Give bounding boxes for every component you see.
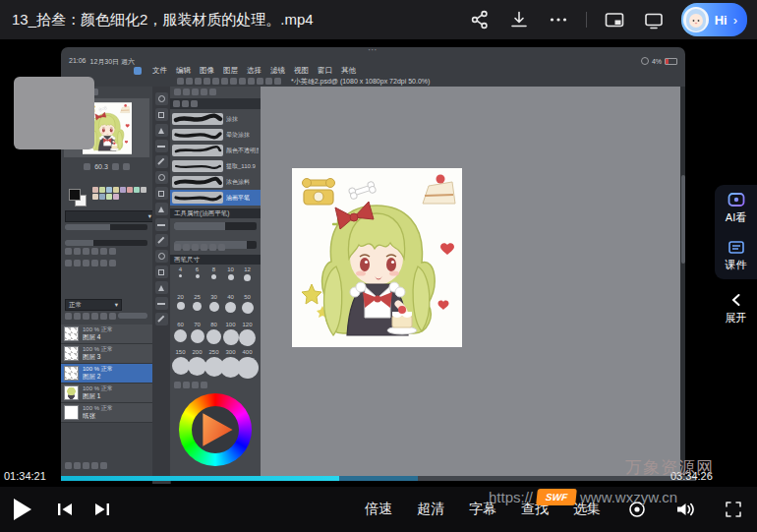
menu-item[interactable]: 图层 [223,66,238,76]
panel-icon[interactable] [201,89,207,95]
brush-size-cell[interactable]: 30 [205,294,222,322]
brush-size-cell[interactable]: 80 [205,322,222,349]
swatch[interactable] [99,194,105,200]
tool-button[interactable] [155,313,168,325]
swatch[interactable] [141,187,146,193]
foreground-color-chip[interactable] [69,189,81,201]
zoom-out-button[interactable] [84,163,90,170]
next-button[interactable] [92,500,112,523]
tool-button[interactable] [155,250,168,263]
panel-icon[interactable] [109,248,116,255]
swatch[interactable] [106,194,112,200]
panel-icon[interactable] [218,244,225,251]
panel-icon[interactable] [192,89,199,95]
prev-button[interactable] [55,500,75,523]
panel-icon[interactable] [239,78,246,85]
brush-size-cell[interactable]: 250 [205,349,222,377]
ai-watch-button[interactable]: AI看 [715,185,757,232]
panel-icon[interactable] [109,260,116,266]
tool-button[interactable] [155,92,168,105]
panel-icon[interactable] [183,382,190,388]
tool-button[interactable] [155,171,168,184]
mix-mode-dropdown[interactable]: ▾ [65,210,155,222]
panel-icon[interactable] [209,244,216,251]
swatch[interactable] [92,187,98,193]
scrollbar-thumb[interactable] [681,175,685,264]
layer-row[interactable]: 100 % 正常 纸张 [61,403,152,423]
share-button[interactable] [468,8,492,31]
menu-item[interactable]: 窗口 [318,66,332,76]
rotate-view-button[interactable] [123,163,130,170]
panel-icon[interactable] [265,78,272,85]
menu-item[interactable]: 选择 [247,66,262,76]
panel-icon[interactable] [209,89,216,95]
progress-bar[interactable] [61,476,696,481]
brush-size-cell[interactable]: 60 [172,322,189,349]
brush-item[interactable]: 提取_110.9 [170,158,261,174]
panel-icon[interactable] [257,78,263,85]
panel-icon[interactable] [221,78,228,85]
window-drag-handle[interactable]: ⋯ [61,47,685,56]
panel-icon[interactable] [100,313,107,320]
tool-button[interactable] [155,124,168,137]
swatch[interactable] [99,187,105,193]
panel-icon[interactable] [91,313,98,320]
tool-button[interactable] [155,140,168,152]
panel-icon[interactable] [204,78,210,85]
play-button[interactable] [14,499,31,520]
brush-category-bar[interactable] [170,98,263,109]
brush-item[interactable]: 涂抹 [170,111,261,127]
swatch[interactable] [113,194,119,200]
fullscreen-button[interactable] [722,498,745,521]
panel-icon[interactable] [174,89,181,95]
tool-button[interactable] [155,108,168,121]
layer-row[interactable]: 100 % 正常 图层 4 [61,325,152,344]
brush-size-cell[interactable]: 8 [205,266,222,294]
courseware-button[interactable]: 课件 [715,232,757,279]
color-wheel[interactable] [179,393,252,466]
brush-size-cell[interactable]: 12 [239,266,256,294]
panel-icon[interactable] [65,313,72,320]
panel-icon[interactable] [230,78,237,85]
tool-button[interactable] [155,281,168,294]
panel-icon[interactable] [195,78,202,85]
menu-item[interactable]: 编辑 [176,66,191,76]
brush-size-cell[interactable]: 200 [189,349,205,377]
mix-slider[interactable] [65,224,147,230]
panel-icon[interactable] [100,248,107,255]
panel-icon[interactable] [74,260,81,266]
pip-button[interactable] [603,8,626,31]
panel-icon[interactable] [183,244,190,251]
menu-item[interactable]: 其他 [341,66,356,76]
panel-icon[interactable] [183,89,190,95]
swatch[interactable] [134,187,140,193]
brush-size-cell[interactable]: 10 [222,266,239,294]
tool-button[interactable] [155,218,168,231]
panel-icon[interactable] [100,462,107,469]
panel-icon[interactable] [274,78,281,85]
panel-icon[interactable] [65,260,72,266]
panel-icon[interactable] [83,462,89,469]
panel-icon[interactable] [201,244,207,251]
speed-button[interactable]: 倍速 [365,501,392,518]
brush-item-selected[interactable]: 油画平笔 [170,190,261,206]
brush-size-cell[interactable]: 4 [172,266,189,294]
menu-item[interactable]: 图像 [200,66,214,76]
menu-item[interactable]: 视图 [294,66,309,76]
layer-row[interactable]: 100 % 正常 图层 3 [61,344,152,364]
brush-size-cell[interactable]: 40 [222,294,239,322]
panel-icon[interactable] [248,78,255,85]
layer-row-selected[interactable]: 100 % 正常 图层 2 [61,364,152,384]
panel-icon[interactable] [191,100,198,107]
cast-button[interactable] [642,8,666,31]
panel-icon[interactable] [91,248,98,255]
brush-item[interactable]: 浓色涂料 [170,174,261,190]
panel-icon[interactable] [74,248,81,255]
brush-item[interactable]: 颜色不透明度混合 [170,143,261,158]
panel-icon[interactable] [212,78,219,85]
tool-button[interactable] [155,155,168,168]
expand-button[interactable]: 展开 [715,286,757,331]
canvas-tab[interactable]: *小英雄2.psd@ (1080 x 1080px 72dpi 50.0%) [291,77,430,87]
panel-icon[interactable] [173,100,180,107]
tool-button[interactable] [155,266,168,278]
